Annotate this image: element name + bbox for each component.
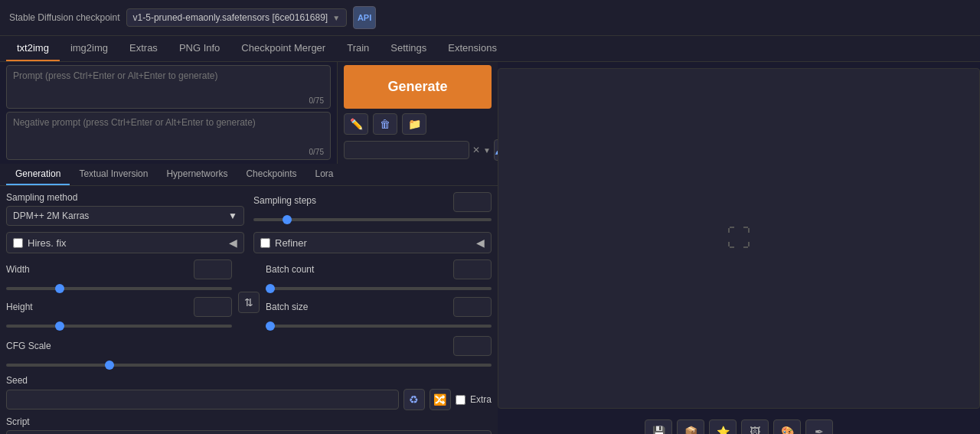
sampling-method-label: Sampling method bbox=[6, 192, 244, 203]
positive-prompt-wrapper: 0/75 bbox=[6, 65, 331, 109]
batch-size-input[interactable]: 1 bbox=[453, 297, 492, 317]
tab-extensions[interactable]: Extensions bbox=[437, 36, 508, 61]
generate-button[interactable]: Generate bbox=[344, 65, 492, 109]
prompt-controls-row: 0/75 0/75 Generate ✏️ bbox=[0, 62, 498, 164]
main-tabs: txt2img img2img Extras PNG Info Checkpoi… bbox=[0, 36, 980, 62]
negative-prompt-counter: 0/75 bbox=[308, 148, 325, 156]
star-icon: ⭐ bbox=[717, 426, 730, 434]
zip-icon: 📦 bbox=[684, 426, 697, 434]
save-icon: 💾 bbox=[652, 426, 665, 434]
height-label: Height bbox=[6, 302, 33, 312]
sampling-method-value: DPM++ 2M Karras bbox=[13, 210, 89, 221]
controls-area: Sampling method DPM++ 2M Karras ▼ Sampli… bbox=[0, 186, 498, 434]
sub-tab-generation[interactable]: Generation bbox=[6, 164, 70, 185]
sampling-dropdown-arrow: ▼ bbox=[228, 210, 237, 221]
width-slider[interactable] bbox=[6, 287, 232, 290]
tab-img2img[interactable]: img2img bbox=[60, 36, 119, 61]
send-inpaint-btn[interactable]: 🎨 bbox=[773, 419, 801, 434]
action-row: ✏️ 🗑 📁 bbox=[344, 113, 492, 135]
cfg-scale-input[interactable]: 7 bbox=[453, 336, 492, 356]
width-label: Width bbox=[6, 264, 30, 275]
palette-icon: 🎨 bbox=[781, 426, 794, 434]
seed-section: Seed -1 ♻ 🔀 Extra bbox=[6, 375, 492, 410]
sampling-method-dropdown[interactable]: DPM++ 2M Karras ▼ bbox=[6, 206, 244, 226]
batch-count-control: Batch count 1 bbox=[266, 259, 492, 292]
height-control: Height 512 bbox=[6, 297, 232, 330]
recycle-icon: ♻ bbox=[409, 393, 419, 406]
content-area: 0/75 0/75 Generate ✏️ bbox=[0, 62, 980, 434]
batch-col: Batch count 1 Batch size 1 bbox=[266, 259, 492, 330]
send-extras-btn[interactable]: ⭐ bbox=[709, 419, 737, 434]
left-panel: 0/75 0/75 Generate ✏️ bbox=[0, 62, 498, 434]
script-label: Script bbox=[6, 416, 492, 427]
batch-size-label: Batch size bbox=[266, 302, 308, 312]
dimensions-col: Width 512 Height 512 bbox=[6, 259, 232, 330]
shuffle-icon: 🔀 bbox=[433, 393, 446, 406]
tab-settings[interactable]: Settings bbox=[380, 36, 437, 61]
batch-count-label: Batch count bbox=[266, 264, 314, 275]
width-input[interactable]: 512 bbox=[194, 259, 232, 279]
hires-fix-arrow-btn[interactable]: ◀ bbox=[229, 237, 237, 249]
edit-prompts-btn[interactable]: ✏️ bbox=[344, 113, 368, 135]
hires-label-group: Hires. fix bbox=[13, 237, 67, 249]
right-controls: Generate ✏️ 🗑 📁 ✕ bbox=[337, 62, 498, 164]
seed-shuffle-btn[interactable]: 🔀 bbox=[430, 389, 451, 410]
tab-checkpoint-merger[interactable]: Checkpoint Merger bbox=[230, 36, 336, 61]
batch-count-slider[interactable] bbox=[266, 287, 492, 290]
sampling-steps-input[interactable]: 20 bbox=[453, 192, 492, 212]
right-panel: ⛶ 💾 📦 ⭐ 🖼 🎨 ✒ bbox=[498, 62, 980, 434]
hires-fix-label: Hires. fix bbox=[28, 237, 67, 249]
trash-icon: 🗑 bbox=[380, 118, 390, 130]
api-icon: API bbox=[358, 13, 371, 22]
send-img2img-btn[interactable]: 🖼 bbox=[741, 419, 769, 434]
batch-size-slider[interactable] bbox=[266, 325, 492, 328]
hires-fix-checkbox[interactable] bbox=[13, 238, 23, 248]
refiner-arrow-btn[interactable]: ◀ bbox=[476, 237, 485, 249]
style-row: ✕ ▼ 🖌 bbox=[344, 139, 492, 161]
height-slider[interactable] bbox=[6, 325, 232, 328]
sampling-steps-slider[interactable] bbox=[253, 218, 492, 221]
extra-label: Extra bbox=[470, 394, 492, 405]
tab-train[interactable]: Train bbox=[336, 36, 380, 61]
save-image-btn[interactable]: 💾 bbox=[645, 419, 672, 434]
seed-input[interactable]: -1 bbox=[6, 390, 399, 410]
image-toolbar: 💾 📦 ⭐ 🖼 🎨 ✒ bbox=[639, 415, 839, 434]
cfg-scale-slider[interactable] bbox=[6, 364, 492, 367]
positive-prompt-input[interactable] bbox=[7, 66, 330, 106]
batch-size-control: Batch size 1 bbox=[266, 297, 492, 330]
sub-tab-hypernetworks[interactable]: Hypernetworks bbox=[157, 164, 237, 185]
tab-extras[interactable]: Extras bbox=[119, 36, 168, 61]
style-dropdown-arrow[interactable]: ▼ bbox=[483, 146, 491, 155]
folder-icon: 📁 bbox=[408, 118, 421, 130]
zip-btn[interactable]: 📦 bbox=[677, 419, 704, 434]
sub-tab-textual-inversion[interactable]: Textual Inversion bbox=[70, 164, 157, 185]
negative-prompt-wrapper: 0/75 bbox=[6, 112, 331, 160]
dim-batch-section: Width 512 Height 512 bbox=[6, 259, 492, 330]
seed-row: -1 ♻ 🔀 Extra bbox=[6, 389, 492, 410]
sampling-row: Sampling method DPM++ 2M Karras ▼ Sampli… bbox=[6, 192, 492, 226]
batch-count-input[interactable]: 1 bbox=[453, 259, 492, 279]
tab-pnginfo[interactable]: PNG Info bbox=[168, 36, 230, 61]
chevron-down-icon: ▼ bbox=[332, 14, 340, 22]
negative-prompt-input[interactable] bbox=[7, 113, 330, 157]
clear-btn[interactable]: 🗑 bbox=[373, 113, 397, 135]
sub-tab-checkpoints[interactable]: Checkpoints bbox=[237, 164, 305, 185]
checkpoint-dropdown[interactable]: v1-5-pruned-emaonly.safetensors [6ce0161… bbox=[126, 8, 348, 27]
sub-tab-lora[interactable]: Lora bbox=[306, 164, 343, 185]
style-input[interactable] bbox=[344, 141, 469, 159]
refiner-checkbox[interactable] bbox=[260, 238, 270, 248]
swap-col: ⇅ bbox=[238, 259, 260, 330]
swap-dimensions-btn[interactable]: ⇅ bbox=[238, 292, 260, 313]
api-icon-btn[interactable]: API bbox=[353, 6, 376, 29]
extra-checkbox[interactable] bbox=[456, 395, 466, 405]
script-dropdown[interactable]: None ▼ bbox=[6, 430, 492, 434]
app-title: Stable Diffusion checkpoint bbox=[9, 12, 120, 23]
seed-recycle-btn[interactable]: ♻ bbox=[403, 389, 425, 410]
tab-txt2img[interactable]: txt2img bbox=[6, 36, 60, 61]
edit-image-btn[interactable]: ✒ bbox=[805, 419, 833, 434]
load-btn[interactable]: 📁 bbox=[402, 113, 426, 135]
style-clear-btn[interactable]: ✕ bbox=[472, 145, 480, 155]
image-icon: 🖼 bbox=[750, 426, 760, 434]
image-canvas: ⛶ bbox=[498, 68, 980, 409]
height-input[interactable]: 512 bbox=[194, 297, 232, 317]
